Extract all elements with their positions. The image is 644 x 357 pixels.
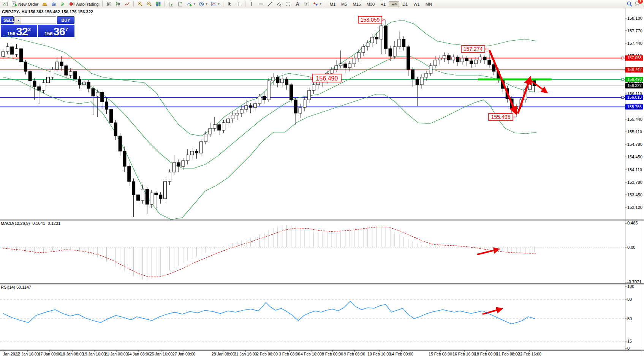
tile-windows-icon	[155, 1, 161, 7]
auto-scroll-button[interactable]	[167, 0, 176, 8]
svg-text:2 Feb 00:00: 2 Feb 00:00	[256, 352, 278, 356]
svg-text:157.274: 157.274	[464, 46, 483, 52]
timeframe-m15-button[interactable]: M15	[350, 1, 363, 7]
trade-direction-arrows[interactable]	[477, 50, 546, 314]
chat-button[interactable]: 1	[635, 0, 640, 8]
line-chart-button[interactable]	[123, 0, 131, 8]
signals-icon	[60, 1, 66, 7]
svg-text:157.770: 157.770	[627, 28, 642, 33]
svg-text:E: E	[280, 5, 281, 7]
chart-window-button[interactable]	[1, 0, 9, 8]
svg-text:0.485: 0.485	[627, 221, 638, 225]
text-label-button[interactable]: T	[302, 0, 311, 8]
trendline-icon	[267, 1, 273, 7]
timeframe-d1-button[interactable]: D1	[400, 1, 410, 7]
dropdown-caret-icon[interactable]: ▾	[194, 2, 195, 6]
new-order-button-label: New Order	[18, 2, 38, 6]
svg-text:19 Jan 16:00: 19 Jan 16:00	[83, 352, 106, 356]
fibonacci-button[interactable]: F	[284, 0, 293, 8]
price-axis: 158.100157.770157.440157.110156.780156.4…	[622, 16, 643, 210]
equidistant-channel-button[interactable]: E	[275, 0, 283, 8]
svg-text:13 Jan 16:00: 13 Jan 16:00	[16, 352, 39, 356]
crosshair-button[interactable]	[234, 0, 243, 8]
macd-label: MACD(12,26,9) -0.1041 -0.1231	[1, 221, 60, 226]
timeframe-h4-button[interactable]: H4	[389, 1, 399, 7]
mt4-terminal: { "toolbar": { "items": [ {"type":"icon"…	[0, 0, 644, 357]
chart-shift-button[interactable]	[176, 0, 185, 8]
auto-scroll-icon	[168, 1, 174, 7]
search-icon[interactable]	[627, 1, 632, 7]
fibonacci-icon: F	[285, 1, 291, 7]
chart-shift-icon	[177, 1, 183, 7]
bar-chart-icon	[106, 1, 112, 7]
vertical-line-button[interactable]	[247, 0, 256, 8]
expert-advisors-button[interactable]	[49, 0, 58, 8]
svg-text:31 Jan 16:00: 31 Jan 16:00	[234, 352, 257, 356]
signals-button[interactable]	[59, 0, 67, 8]
bollinger-bands	[3, 20, 536, 220]
svg-text:0.00: 0.00	[627, 245, 635, 250]
rsi-panel[interactable]: 1008050150RSI(14) 50.1147	[0, 284, 634, 351]
svg-text:80: 80	[627, 297, 632, 302]
bar-chart-button[interactable]	[104, 0, 113, 8]
svg-text:100: 100	[627, 284, 634, 289]
trendline-button[interactable]	[266, 0, 274, 8]
toolbar-separator	[245, 1, 245, 7]
svg-text:156.322: 156.322	[627, 83, 642, 88]
horizontal-line-button[interactable]	[256, 0, 265, 8]
deposit-button[interactable]	[40, 0, 49, 8]
timeframe-w1-button[interactable]: W1	[411, 1, 422, 7]
vertical-line-icon	[249, 1, 255, 7]
price-chart[interactable]: 158.100157.770157.440157.110156.780156.4…	[0, 8, 644, 357]
svg-text:155.110: 155.110	[627, 130, 642, 134]
svg-text:156.490: 156.490	[627, 77, 642, 82]
cursor-icon	[227, 1, 233, 7]
autotrading-button-button[interactable]: AutoTrading	[68, 0, 100, 8]
timeframe-m1-button[interactable]: M1	[327, 1, 338, 7]
periods-icon	[199, 1, 204, 7]
svg-text:157.440: 157.440	[627, 41, 642, 46]
timeframe-h1-button[interactable]: H1	[378, 1, 388, 7]
autotrading-icon	[69, 1, 75, 7]
svg-text:155.440: 155.440	[627, 117, 642, 122]
svg-text:14 Feb 00:00: 14 Feb 00:00	[390, 352, 413, 356]
candlestick-chart-icon	[115, 1, 121, 7]
svg-text:21 Feb 08:00: 21 Feb 08:00	[496, 352, 520, 356]
svg-text:3 Feb 08:00: 3 Feb 08:00	[279, 352, 300, 356]
timeframe-mn-button[interactable]: MN	[423, 1, 435, 7]
templates-button[interactable]: ▾	[209, 0, 221, 8]
templates-icon	[211, 1, 217, 7]
new-order-button-button[interactable]: New Order	[10, 0, 40, 8]
zoom-in-button[interactable]	[136, 0, 144, 8]
tile-windows-button[interactable]	[154, 0, 163, 8]
svg-text:154.780: 154.780	[627, 142, 642, 147]
main-toolbar: New OrderAutoTrading▾▾▾EFAT▾M1M5M15M30H1…	[0, 0, 644, 8]
dropdown-caret-icon[interactable]: ▾	[206, 2, 207, 6]
horizontal-line-icon	[258, 1, 264, 7]
svg-text:25 Jan 16:00: 25 Jan 16:00	[150, 352, 173, 356]
candlestick-chart-button[interactable]	[114, 0, 122, 8]
svg-text:153.780: 153.780	[627, 180, 642, 185]
cursor-button[interactable]	[225, 0, 234, 8]
timeframe-m30-button[interactable]: M30	[364, 1, 377, 7]
svg-text:158.059: 158.059	[361, 17, 380, 23]
zoom-out-button[interactable]	[145, 0, 153, 8]
dropdown-caret-icon[interactable]: ▾	[218, 2, 220, 6]
macd-panel[interactable]: 0.4850.00-0.7071MACD(12,26,9) -0.1041 -0…	[0, 221, 641, 284]
time-axis: Jan 202213 Jan 16:0017 Jan 00:0018 Jan 0…	[3, 350, 541, 356]
dropdown-caret-icon[interactable]: ▾	[320, 2, 321, 6]
svg-text:A: A	[296, 1, 299, 7]
text-button[interactable]: A	[293, 0, 302, 8]
svg-text:155.495: 155.495	[491, 114, 511, 120]
text-label-icon: T	[304, 1, 309, 7]
arrows-button[interactable]: ▾	[311, 0, 323, 8]
svg-text:24 Jan 08:00: 24 Jan 08:00	[127, 352, 150, 356]
new-chart-icon	[187, 1, 192, 7]
line-chart-icon	[124, 1, 130, 7]
periods-button[interactable]: ▾	[197, 0, 209, 8]
new-chart-button[interactable]: ▾	[185, 0, 197, 8]
crosshair-icon	[236, 1, 242, 7]
svg-text:154.110: 154.110	[627, 167, 642, 172]
svg-text:16 Feb 16:00: 16 Feb 16:00	[453, 352, 476, 356]
timeframe-m5-button[interactable]: M5	[339, 1, 350, 7]
